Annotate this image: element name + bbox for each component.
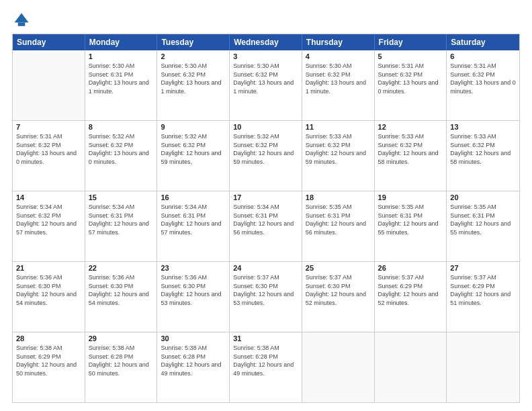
calendar-day-cell: 2Sunrise: 5:30 AMSunset: 6:32 PMDaylight… [157,50,230,120]
calendar-day-cell: 9Sunrise: 5:32 AMSunset: 6:32 PMDaylight… [157,121,230,191]
day-number: 6 [450,52,516,60]
calendar-header-cell: Wednesday [230,34,302,50]
day-number: 13 [450,123,516,131]
day-info: Sunrise: 5:33 AMSunset: 6:32 PMDaylight:… [378,132,443,166]
day-info: Sunrise: 5:32 AMSunset: 6:32 PMDaylight:… [233,132,298,166]
calendar-day-cell: 27Sunrise: 5:37 AMSunset: 6:29 PMDayligh… [447,262,519,332]
day-info: Sunrise: 5:32 AMSunset: 6:32 PMDaylight:… [161,132,226,166]
day-number: 21 [16,264,81,272]
day-number: 29 [89,334,154,342]
day-info: Sunrise: 5:38 AMSunset: 6:28 PMDaylight:… [233,344,298,377]
day-info: Sunrise: 5:33 AMSunset: 6:32 PMDaylight:… [450,132,516,166]
calendar-day-cell: 24Sunrise: 5:37 AMSunset: 6:30 PMDayligh… [230,262,302,332]
day-info: Sunrise: 5:30 AMSunset: 6:32 PMDaylight:… [161,62,226,95]
calendar-header-cell: Friday [375,34,447,50]
calendar-week-row: 14Sunrise: 5:34 AMSunset: 6:32 PMDayligh… [13,191,519,262]
calendar-day-cell: 4Sunrise: 5:30 AMSunset: 6:32 PMDaylight… [302,50,375,120]
day-number: 24 [233,264,298,272]
calendar-day-cell: 20Sunrise: 5:35 AMSunset: 6:31 PMDayligh… [447,191,519,261]
day-info: Sunrise: 5:36 AMSunset: 6:30 PMDaylight:… [16,273,81,307]
day-info: Sunrise: 5:30 AMSunset: 6:32 PMDaylight:… [306,62,371,95]
page: SundayMondayTuesdayWednesdayThursdayFrid… [0,0,532,411]
day-number: 15 [89,193,154,201]
calendar-day-cell: 30Sunrise: 5:38 AMSunset: 6:28 PMDayligh… [157,332,230,402]
calendar-day-cell: 7Sunrise: 5:31 AMSunset: 6:32 PMDaylight… [13,121,85,191]
calendar-header-cell: Saturday [447,34,519,50]
day-info: Sunrise: 5:36 AMSunset: 6:30 PMDaylight:… [89,273,154,307]
day-number: 27 [450,264,516,272]
calendar-day-cell: 11Sunrise: 5:33 AMSunset: 6:32 PMDayligh… [302,121,375,191]
day-info: Sunrise: 5:38 AMSunset: 6:29 PMDaylight:… [16,344,81,377]
day-number: 31 [233,334,298,342]
calendar-header-cell: Monday [85,34,158,50]
calendar-day-cell: 5Sunrise: 5:31 AMSunset: 6:32 PMDaylight… [375,50,447,120]
calendar-day-cell [13,50,85,120]
day-info: Sunrise: 5:37 AMSunset: 6:29 PMDaylight:… [450,273,516,307]
day-info: Sunrise: 5:34 AMSunset: 6:31 PMDaylight:… [233,203,298,236]
calendar-header-cell: Sunday [13,34,85,50]
day-number: 26 [378,264,443,272]
day-info: Sunrise: 5:35 AMSunset: 6:31 PMDaylight:… [306,203,371,236]
calendar-day-cell: 14Sunrise: 5:34 AMSunset: 6:32 PMDayligh… [13,191,85,261]
day-number: 22 [89,264,154,272]
calendar-day-cell: 21Sunrise: 5:36 AMSunset: 6:30 PMDayligh… [13,262,85,332]
day-number: 14 [16,193,81,201]
day-number: 4 [306,52,371,60]
day-number: 18 [306,193,371,201]
calendar-header-cell: Tuesday [157,34,230,50]
day-info: Sunrise: 5:35 AMSunset: 6:31 PMDaylight:… [450,203,516,236]
day-info: Sunrise: 5:34 AMSunset: 6:31 PMDaylight:… [89,203,154,236]
svg-rect-1 [18,23,26,26]
calendar-day-cell: 1Sunrise: 5:30 AMSunset: 6:31 PMDaylight… [85,50,158,120]
day-info: Sunrise: 5:34 AMSunset: 6:31 PMDaylight:… [161,203,226,236]
day-number: 23 [161,264,226,272]
day-number: 11 [306,123,371,131]
calendar-day-cell: 12Sunrise: 5:33 AMSunset: 6:32 PMDayligh… [375,121,447,191]
day-number: 5 [378,52,443,60]
calendar-day-cell: 19Sunrise: 5:35 AMSunset: 6:31 PMDayligh… [375,191,447,261]
day-number: 30 [161,334,226,342]
day-info: Sunrise: 5:35 AMSunset: 6:31 PMDaylight:… [378,203,443,236]
day-number: 2 [161,52,226,60]
calendar-day-cell: 8Sunrise: 5:32 AMSunset: 6:32 PMDaylight… [85,121,158,191]
calendar-day-cell: 16Sunrise: 5:34 AMSunset: 6:31 PMDayligh… [157,191,230,261]
logo [12,11,34,30]
calendar-day-cell: 6Sunrise: 5:31 AMSunset: 6:32 PMDaylight… [447,50,519,120]
day-number: 12 [378,123,443,131]
day-number: 16 [161,193,226,201]
day-info: Sunrise: 5:36 AMSunset: 6:30 PMDaylight:… [161,273,226,307]
day-number: 1 [89,52,154,60]
day-number: 17 [233,193,298,201]
day-number: 9 [161,123,226,131]
day-info: Sunrise: 5:31 AMSunset: 6:32 PMDaylight:… [378,62,443,95]
calendar-week-row: 21Sunrise: 5:36 AMSunset: 6:30 PMDayligh… [13,262,519,332]
calendar-day-cell: 17Sunrise: 5:34 AMSunset: 6:31 PMDayligh… [230,191,302,261]
calendar-day-cell [375,332,447,402]
calendar-week-row: 1Sunrise: 5:30 AMSunset: 6:31 PMDaylight… [13,50,519,121]
day-number: 7 [16,123,81,131]
calendar-day-cell: 13Sunrise: 5:33 AMSunset: 6:32 PMDayligh… [447,121,519,191]
calendar-day-cell: 10Sunrise: 5:32 AMSunset: 6:32 PMDayligh… [230,121,302,191]
calendar-day-cell: 23Sunrise: 5:36 AMSunset: 6:30 PMDayligh… [157,262,230,332]
calendar-day-cell: 26Sunrise: 5:37 AMSunset: 6:29 PMDayligh… [375,262,447,332]
day-info: Sunrise: 5:31 AMSunset: 6:32 PMDaylight:… [450,62,516,95]
day-info: Sunrise: 5:34 AMSunset: 6:32 PMDaylight:… [16,203,81,236]
calendar-day-cell: 31Sunrise: 5:38 AMSunset: 6:28 PMDayligh… [230,332,302,402]
calendar-day-cell: 22Sunrise: 5:36 AMSunset: 6:30 PMDayligh… [85,262,158,332]
calendar: SundayMondayTuesdayWednesdayThursdayFrid… [12,34,520,403]
calendar-week-row: 28Sunrise: 5:38 AMSunset: 6:29 PMDayligh… [13,332,519,402]
calendar-body: 1Sunrise: 5:30 AMSunset: 6:31 PMDaylight… [13,50,519,402]
day-number: 19 [378,193,443,201]
day-info: Sunrise: 5:30 AMSunset: 6:32 PMDaylight:… [233,62,298,95]
day-number: 8 [89,123,154,131]
calendar-day-cell: 25Sunrise: 5:37 AMSunset: 6:30 PMDayligh… [302,262,375,332]
calendar-day-cell: 18Sunrise: 5:35 AMSunset: 6:31 PMDayligh… [302,191,375,261]
day-info: Sunrise: 5:32 AMSunset: 6:32 PMDaylight:… [89,132,154,166]
logo-icon [12,11,31,30]
day-info: Sunrise: 5:38 AMSunset: 6:28 PMDaylight:… [89,344,154,377]
day-number: 28 [16,334,81,342]
day-info: Sunrise: 5:37 AMSunset: 6:30 PMDaylight:… [233,273,298,307]
calendar-day-cell: 28Sunrise: 5:38 AMSunset: 6:29 PMDayligh… [13,332,85,402]
calendar-day-cell: 15Sunrise: 5:34 AMSunset: 6:31 PMDayligh… [85,191,158,261]
day-info: Sunrise: 5:37 AMSunset: 6:29 PMDaylight:… [378,273,443,307]
